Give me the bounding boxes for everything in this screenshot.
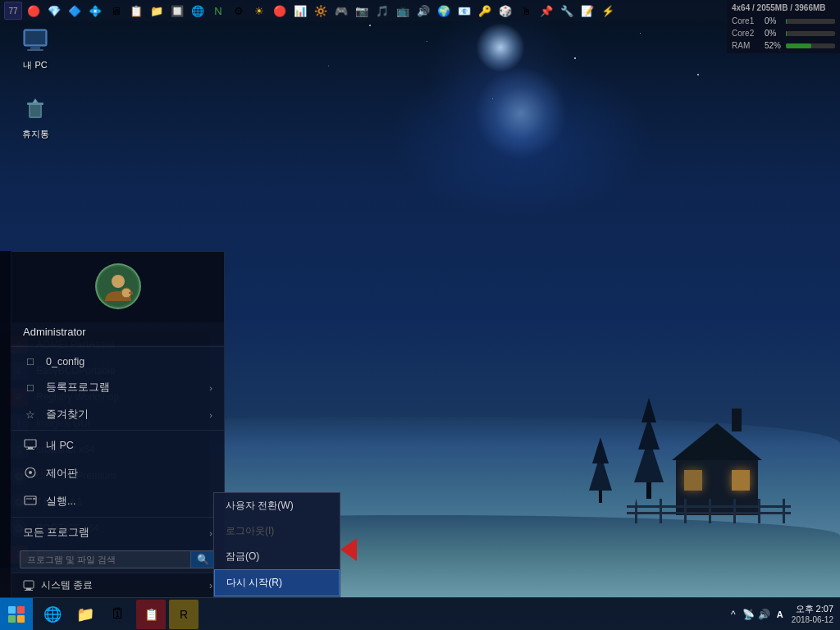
toolbar-icon-28[interactable]: 🔧 bbox=[558, 2, 576, 20]
taskbar: 🌐 📁 🗓 📋 R ^ 📡 🔊 A 오후 2:07 2018-06-12 bbox=[0, 597, 840, 630]
start-item-programs[interactable]: □ 등록프로그램 › bbox=[11, 374, 224, 401]
toolbar-icon-30[interactable]: ⚡ bbox=[599, 2, 617, 20]
shutdown-item-restart[interactable]: 다시 시작(R) bbox=[214, 569, 340, 596]
house-window-right bbox=[732, 470, 750, 491]
toolbar-icon-2[interactable]: 🔴 bbox=[25, 2, 43, 20]
svg-rect-22 bbox=[25, 590, 33, 591]
recycle-label: 휴지통 bbox=[22, 128, 49, 140]
start-item-control[interactable]: 제어판 bbox=[11, 459, 224, 488]
systray-volume[interactable]: 🔊 bbox=[758, 608, 771, 621]
toolbar-icon-4[interactable]: 🔷 bbox=[66, 2, 84, 20]
toolbar-icon-14[interactable]: 🔴 bbox=[271, 2, 289, 20]
desktop-icon-recycle[interactable]: 휴지통 bbox=[7, 90, 64, 144]
svg-rect-21 bbox=[26, 588, 31, 590]
toolbar-icon-7[interactable]: 📋 bbox=[127, 2, 145, 20]
fence bbox=[627, 499, 791, 523]
toolbar-icon-29[interactable]: 📝 bbox=[578, 2, 596, 20]
toolbar-icon-16[interactable]: 🔆 bbox=[312, 2, 330, 20]
user-avatar[interactable] bbox=[95, 263, 141, 309]
toolbar-icon-24[interactable]: 🔑 bbox=[476, 2, 494, 20]
svg-rect-3 bbox=[27, 49, 43, 51]
taskbar-folder-icon[interactable]: 📁 bbox=[71, 600, 100, 629]
toolbar-icon-3[interactable]: 💎 bbox=[45, 2, 63, 20]
toolbar-icon-23[interactable]: 📧 bbox=[455, 2, 473, 20]
tree-trunk bbox=[646, 482, 651, 499]
shutdown-arrow: › bbox=[209, 580, 212, 591]
svg-rect-20 bbox=[24, 581, 34, 588]
tree2-mid bbox=[592, 437, 609, 463]
toolbar-icon-15[interactable]: 📊 bbox=[291, 2, 309, 20]
ram-label: RAM bbox=[732, 39, 761, 52]
toolbar-icon-27[interactable]: 📌 bbox=[537, 2, 555, 20]
all-programs-arrow: › bbox=[209, 528, 212, 538]
svg-rect-17 bbox=[25, 496, 36, 504]
toolbar-icon-11[interactable]: N bbox=[209, 2, 227, 20]
toolbar-icon-25[interactable]: 🎲 bbox=[496, 2, 514, 20]
shutdown-icon bbox=[23, 580, 34, 591]
svg-rect-14 bbox=[26, 449, 34, 450]
toolbar-icon-26[interactable]: 🖱 bbox=[517, 2, 535, 20]
start-username-row: Administrator bbox=[11, 322, 224, 345]
favorites-label: 즐겨찾기 bbox=[46, 408, 89, 422]
desktop-icon-my-pc[interactable]: 내 PC bbox=[7, 21, 64, 75]
systray-lang[interactable]: A bbox=[774, 608, 787, 621]
all-programs-row[interactable]: 모든 프로그램 › bbox=[11, 519, 224, 546]
core1-label: Core1 bbox=[732, 15, 761, 27]
systray-arrow[interactable]: ^ bbox=[727, 608, 740, 621]
star bbox=[574, 57, 576, 59]
toolbar-icon-19[interactable]: 🎵 bbox=[373, 2, 391, 20]
toolbar-icon-8[interactable]: 📁 bbox=[148, 2, 166, 20]
core2-val: 0% bbox=[765, 27, 783, 39]
svg-rect-19 bbox=[33, 498, 35, 500]
shutdown-row[interactable]: 시스템 종료 › bbox=[11, 573, 224, 597]
toolbar-icon-13[interactable]: ☀ bbox=[250, 2, 268, 20]
run-icon bbox=[23, 495, 38, 509]
programs-arrow: › bbox=[209, 383, 212, 393]
start-user-header bbox=[11, 252, 224, 322]
search-box[interactable]: 🔍 bbox=[20, 550, 216, 568]
start-windows-icon bbox=[8, 606, 25, 623]
toolbar-icon-18[interactable]: 📷 bbox=[353, 2, 371, 20]
start-item-favorites[interactable]: ☆ 즐겨찾기 › bbox=[11, 401, 224, 428]
search-button[interactable]: 🔍 bbox=[190, 551, 215, 568]
toolbar-icon-21[interactable]: 🔊 bbox=[414, 2, 432, 20]
0config-icon: □ bbox=[23, 355, 38, 368]
top-toolbar: 77 🔴 💎 🔷 💠 🖥 📋 📁 🔲 🌐 N ⚙ ☀ 🔴 📊 🔆 🎮 📷 🎵 📺… bbox=[0, 0, 840, 21]
star bbox=[640, 33, 641, 34]
clock[interactable]: 오후 2:07 2018-06-12 bbox=[792, 603, 833, 625]
toolbar-icon-12[interactable]: ⚙ bbox=[230, 2, 248, 20]
toolbar-icon-5[interactable]: 💠 bbox=[86, 2, 104, 20]
toolbar-icon-17[interactable]: 🎮 bbox=[332, 2, 350, 20]
taskbar-app2-icon[interactable]: R bbox=[169, 600, 199, 629]
toolbar-icon-1[interactable]: 77 bbox=[4, 2, 22, 20]
taskbar-calendar-icon[interactable]: 🗓 bbox=[103, 600, 133, 629]
chimney bbox=[732, 409, 742, 431]
svg-rect-1 bbox=[25, 31, 45, 44]
search-input[interactable] bbox=[21, 552, 190, 567]
star bbox=[369, 25, 371, 26]
toolbar-icon-10[interactable]: 🌐 bbox=[189, 2, 207, 20]
start-item-run[interactable]: 실행... bbox=[11, 488, 224, 515]
start-item-mypc[interactable]: 내 PC bbox=[11, 432, 224, 459]
taskbar-app1-icon[interactable]: 📋 bbox=[136, 600, 166, 629]
recycle-icon bbox=[19, 94, 52, 126]
toolbar-icon-22[interactable]: 🌍 bbox=[435, 2, 453, 20]
ram-val: 52% bbox=[765, 39, 783, 52]
systray-network[interactable]: 📡 bbox=[742, 608, 756, 621]
favorites-icon: ☆ bbox=[23, 409, 38, 421]
moon-glow bbox=[427, 0, 574, 148]
toolbar-icon-6[interactable]: 🖥 bbox=[107, 2, 125, 20]
toolbar-icon-9[interactable]: 🔲 bbox=[168, 2, 186, 20]
toolbar-icon-20[interactable]: 📺 bbox=[394, 2, 412, 20]
ram-bar-fill bbox=[786, 43, 811, 48]
taskbar-right: ^ 📡 🔊 A 오후 2:07 2018-06-12 bbox=[720, 598, 840, 630]
shutdown-item-user-switch[interactable]: 사용자 전환(W) bbox=[214, 493, 340, 518]
programs-icon: □ bbox=[23, 381, 38, 394]
start-button[interactable] bbox=[0, 598, 33, 631]
start-item-0config[interactable]: □ 0_config bbox=[11, 349, 224, 374]
taskbar-ie-icon[interactable]: 🌐 bbox=[38, 600, 67, 629]
svg-point-8 bbox=[112, 275, 125, 288]
shutdown-item-lock[interactable]: 잠금(O) bbox=[214, 544, 340, 569]
core2-bar-bg bbox=[786, 31, 835, 36]
tree-2 bbox=[600, 454, 602, 503]
